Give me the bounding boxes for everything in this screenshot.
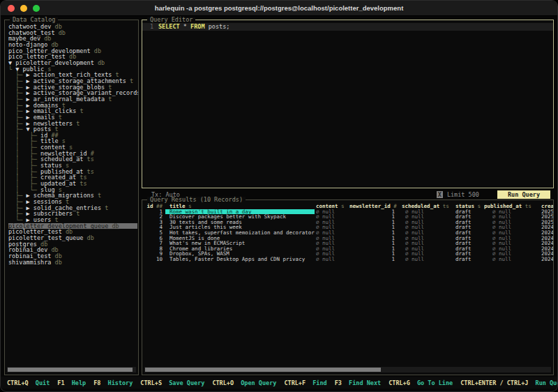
table-cell[interactable]: ∅ null bbox=[315, 257, 349, 262]
table-cell[interactable]: 10 bbox=[144, 257, 165, 262]
column-header[interactable]: id ## bbox=[144, 204, 165, 209]
table-cell[interactable]: 1 bbox=[349, 257, 402, 262]
table-cell[interactable]: 1 bbox=[349, 241, 402, 246]
table-row[interactable]: 2Discover packages better with Skypack∅ … bbox=[144, 214, 553, 220]
maximize-window-icon[interactable] bbox=[33, 5, 40, 12]
table-row[interactable]: 10Tables, Faster Desktop Apps and CDN pr… bbox=[144, 257, 553, 262]
table-cell[interactable]: 2024 bbox=[541, 225, 553, 230]
shortcut-go-to-line[interactable]: CTRL+G Go To Line bbox=[389, 379, 453, 386]
table-cell[interactable]: ∅ null bbox=[484, 236, 541, 241]
table-cell[interactable]: ∅ null bbox=[484, 251, 541, 257]
table-cell[interactable]: 2024 bbox=[541, 230, 553, 236]
table-cell[interactable]: ∅ null bbox=[402, 209, 454, 215]
table-cell[interactable]: 4 bbox=[144, 225, 165, 230]
column-header[interactable]: scheduled_at ts bbox=[402, 204, 454, 209]
table-cell[interactable]: 1 bbox=[349, 230, 402, 236]
table-cell[interactable]: 1 bbox=[349, 214, 402, 220]
limit-checkbox[interactable]: X bbox=[437, 191, 443, 198]
table-cell[interactable]: ∅ null bbox=[315, 220, 349, 225]
shortcut-help[interactable]: F1 Help bbox=[57, 379, 86, 386]
table-cell[interactable]: 8 bbox=[144, 246, 165, 252]
table-cell[interactable]: 2024 bbox=[541, 236, 553, 241]
column-header[interactable]: title s bbox=[165, 204, 315, 209]
close-window-icon[interactable] bbox=[8, 5, 15, 12]
table-row[interactable]: 8Chrome and libraries∅ null1∅ nulldraft∅… bbox=[144, 246, 553, 252]
table-cell[interactable]: ∅ null bbox=[402, 225, 454, 230]
table-cell[interactable]: 2024 bbox=[541, 257, 553, 262]
table-cell[interactable]: 1 bbox=[349, 209, 402, 215]
table-cell[interactable]: 30 texts and some reads bbox=[165, 220, 315, 225]
table-cell[interactable]: ∅ null bbox=[402, 246, 454, 252]
table-cell[interactable]: 1 bbox=[349, 236, 402, 241]
shortcut-history[interactable]: F8 History bbox=[93, 379, 133, 386]
table-cell[interactable]: ∅ null bbox=[484, 209, 541, 215]
table-cell[interactable]: 2024 bbox=[541, 241, 553, 246]
table-row[interactable]: 330 texts and some reads∅ null1∅ nulldra… bbox=[144, 220, 553, 225]
table-cell[interactable]: 1 bbox=[144, 209, 165, 215]
catalog-item[interactable]: shivammishra db bbox=[8, 259, 137, 266]
table-cell[interactable]: 2025 bbox=[541, 220, 553, 225]
table-cell[interactable]: draft bbox=[454, 214, 484, 220]
shortcut-run-query[interactable]: CTRL+ENTER / CTRL+J Run Query bbox=[460, 379, 557, 386]
minimize-window-icon[interactable] bbox=[20, 5, 27, 12]
table-cell[interactable]: Discover packages better with Skypack bbox=[165, 214, 315, 220]
run-query-button[interactable]: Run Query bbox=[497, 190, 550, 199]
table-cell[interactable]: ∅ null bbox=[484, 257, 541, 262]
table-cell[interactable]: ∅ null bbox=[484, 214, 541, 220]
table-cell[interactable]: draft bbox=[454, 241, 484, 246]
table-cell[interactable]: ∅ null bbox=[484, 246, 541, 252]
table-cell[interactable]: draft bbox=[454, 220, 484, 225]
results-horizontal-scrollbar[interactable] bbox=[144, 367, 551, 372]
table-cell[interactable]: 7 bbox=[144, 241, 165, 246]
table-cell[interactable]: ∅ null bbox=[315, 241, 349, 246]
table-cell[interactable]: 2025 bbox=[541, 214, 553, 220]
table-cell[interactable]: Dropbox, SPAs, WASM bbox=[165, 251, 315, 257]
table-cell[interactable]: ∅ null bbox=[315, 225, 349, 230]
table-cell[interactable]: Rome wasn't built in a day bbox=[165, 209, 315, 215]
table-row[interactable]: 5Hot takes, superfast memoization and de… bbox=[144, 230, 553, 236]
column-header[interactable]: content s bbox=[315, 204, 349, 209]
shortcut-save-query[interactable]: CTRL+S Save Query bbox=[140, 379, 204, 386]
table-cell[interactable]: ∅ null bbox=[484, 241, 541, 246]
table-cell[interactable]: ∅ null bbox=[402, 220, 454, 225]
shortcut-quit[interactable]: CTRL+Q Quit bbox=[7, 379, 50, 386]
table-cell[interactable]: 2 bbox=[144, 214, 165, 220]
table-cell[interactable]: 1 bbox=[349, 225, 402, 230]
results-scrollbar-thumb[interactable] bbox=[145, 368, 381, 372]
query-editor-panel[interactable]: Query Editor 1 SELECT * FROM posts; bbox=[142, 20, 554, 188]
column-header[interactable]: status s bbox=[454, 204, 484, 209]
table-cell[interactable]: draft bbox=[454, 230, 484, 236]
table-cell[interactable]: ∅ null bbox=[402, 241, 454, 246]
table-cell[interactable]: ∅ null bbox=[484, 225, 541, 230]
table-cell[interactable]: ∅ null bbox=[484, 220, 541, 225]
table-row[interactable]: 9Dropbox, SPAs, WASM∅ null1∅ nulldraft∅ … bbox=[144, 251, 553, 257]
table-cell[interactable]: Hot takes, superfast memoization and dec… bbox=[165, 230, 315, 236]
table-cell[interactable]: ∅ null bbox=[315, 251, 349, 257]
table-row[interactable]: 7What's new in ECMAScript∅ null1∅ nulldr… bbox=[144, 241, 553, 246]
table-cell[interactable]: MomentJS is done bbox=[165, 236, 315, 241]
column-header[interactable]: published_at ts bbox=[484, 204, 541, 209]
shortcut-find-next[interactable]: F3 Find Next bbox=[335, 379, 381, 386]
table-cell[interactable]: 1 bbox=[349, 251, 402, 257]
table-row[interactable]: 6MomentJS is done∅ null1∅ nulldraft∅ nul… bbox=[144, 236, 553, 241]
catalog-horizontal-scrollbar[interactable] bbox=[7, 367, 136, 372]
column-header[interactable]: created_at ts bbox=[541, 204, 553, 209]
table-cell[interactable]: ∅ null bbox=[315, 214, 349, 220]
table-cell[interactable]: Chrome and libraries bbox=[165, 246, 315, 252]
shortcut-open-query[interactable]: CTRL+O Open Query bbox=[212, 379, 276, 386]
table-cell[interactable]: ∅ null bbox=[402, 251, 454, 257]
table-cell[interactable]: ∅ null bbox=[402, 230, 454, 236]
table-cell[interactable]: 1 bbox=[349, 220, 402, 225]
table-cell[interactable]: 2024 bbox=[541, 246, 553, 252]
table-row[interactable]: 1Rome wasn't built in a day∅ null1∅ null… bbox=[144, 209, 553, 215]
table-cell[interactable]: ∅ null bbox=[402, 257, 454, 262]
column-header[interactable]: newsletter_id # bbox=[349, 204, 402, 209]
table-cell[interactable]: ∅ null bbox=[315, 246, 349, 252]
table-cell[interactable]: draft bbox=[454, 257, 484, 262]
table-cell[interactable]: ∅ null bbox=[402, 236, 454, 241]
table-cell[interactable]: ∅ null bbox=[315, 236, 349, 241]
table-cell[interactable]: 1 bbox=[349, 246, 402, 252]
table-cell[interactable]: Just articles this week bbox=[165, 225, 315, 230]
table-cell[interactable]: 2024 bbox=[541, 251, 553, 257]
editor-current-line[interactable]: 1 SELECT * FROM posts; bbox=[142, 23, 553, 31]
